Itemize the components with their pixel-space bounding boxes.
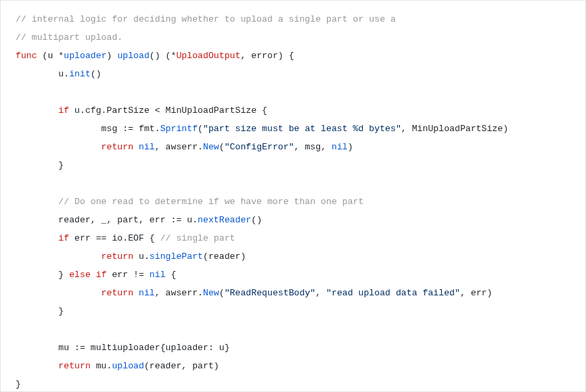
code-text: )	[107, 51, 118, 61]
code-text: mu.	[91, 361, 112, 371]
code-text: ,	[315, 288, 326, 298]
code-text: , awserr.	[155, 288, 203, 298]
code-text: u.cfg.PartSize < MinUploadPartSize {	[69, 105, 267, 116]
code-op: :=	[171, 215, 182, 225]
code-type: UploadOutput	[176, 51, 240, 61]
code-text: , MinUploadPartSize)	[401, 124, 508, 134]
code-text	[133, 288, 139, 298]
code-call: Sprintf	[160, 124, 198, 134]
code-text: multiuploader{uploader: u}	[85, 343, 230, 353]
code-comment: // single part	[160, 233, 235, 243]
code-text: }	[16, 379, 21, 389]
code-text	[133, 142, 139, 152]
code-text: reader, _, part, err	[16, 215, 171, 225]
code-text: u.	[16, 69, 69, 79]
code-op: :=	[74, 343, 85, 353]
code-text: u.	[133, 251, 150, 262]
code-text: ()	[91, 69, 102, 79]
code-comment: // internal logic for deciding whether t…	[16, 14, 396, 24]
code-text	[91, 270, 96, 280]
code-comment: // multipart upload.	[16, 32, 122, 43]
code-text: , msg,	[294, 142, 332, 152]
code-call: New	[203, 142, 219, 152]
code-string: "read upload data failed"	[326, 288, 460, 298]
code-text: , awserr.	[155, 142, 203, 152]
code-text: err !=	[107, 270, 150, 280]
code-call: nextReader	[198, 215, 251, 225]
code-text: }	[16, 160, 64, 170]
code-type: uploader	[64, 51, 106, 61]
code-text: () (*	[150, 51, 177, 61]
code-text: }	[16, 270, 69, 280]
code-text: u.	[181, 215, 198, 225]
code-keyword: return	[16, 361, 91, 371]
code-text: }	[16, 306, 64, 316]
code-nil: nil	[150, 270, 166, 280]
code-text: mu	[16, 343, 74, 353]
code-keyword: func	[16, 51, 37, 61]
code-text: , err)	[460, 288, 492, 298]
code-text: (u *	[37, 51, 64, 61]
code-string: "ReadRequestBody"	[225, 288, 316, 298]
code-text: )	[348, 142, 353, 152]
code-nil: nil	[139, 288, 155, 298]
code-call: New	[203, 288, 219, 298]
code-call: singlePart	[150, 251, 203, 262]
code-text: , error) {	[240, 51, 294, 61]
code-text: (reader)	[203, 251, 246, 262]
code-block: // internal logic for deciding whether t…	[0, 0, 586, 392]
code-call: upload	[112, 361, 143, 371]
code-nil: nil	[332, 142, 348, 152]
code-keyword: if	[96, 270, 107, 280]
code-keyword: else	[69, 270, 91, 280]
code-op: :=	[122, 124, 133, 134]
code-nil: nil	[139, 142, 155, 152]
code-text: (	[198, 124, 203, 134]
code-string: "part size must be at least %d bytes"	[203, 124, 401, 134]
code-text: (reader, part)	[144, 361, 219, 371]
code-func-name: upload	[117, 51, 149, 61]
code-text: (	[219, 288, 225, 298]
code-text: msg	[16, 124, 122, 134]
code-text: (	[219, 142, 225, 152]
code-keyword: return	[16, 288, 133, 298]
code-text: {	[166, 270, 177, 280]
code-text: ()	[251, 215, 262, 225]
code-keyword: if	[16, 233, 69, 243]
code-text: fmt.	[133, 124, 160, 134]
code-call: init	[69, 69, 91, 79]
code-keyword: return	[16, 251, 133, 262]
code-comment: // Do one read to determine if we have m…	[16, 197, 363, 207]
code-keyword: return	[16, 142, 133, 152]
code-string: "ConfigError"	[225, 142, 294, 152]
code-keyword: if	[16, 105, 69, 116]
code-text: err == io.EOF {	[69, 233, 160, 243]
